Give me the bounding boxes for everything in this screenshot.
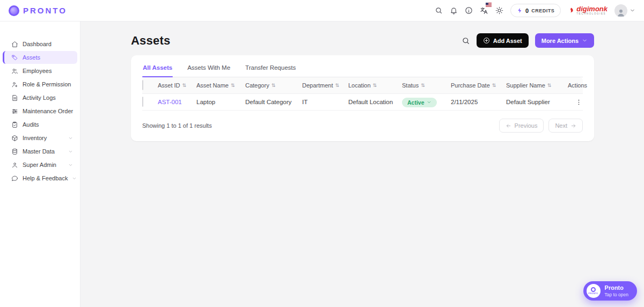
main-content: Assets Add Asset More Actions All Assets…	[80, 21, 644, 307]
chevron-down-icon	[68, 149, 73, 154]
chevron-down-icon	[72, 176, 77, 181]
assets-icon	[11, 54, 18, 61]
partner-logo[interactable]: digimonk TECHNOLOGIES	[568, 5, 608, 16]
column-header-category[interactable]: Category⇅	[245, 82, 302, 89]
sidebar-item-inventory[interactable]: Inventory	[3, 131, 77, 144]
previous-page-button[interactable]: Previous	[499, 119, 544, 133]
sidebar-item-maintenance-order[interactable]: Maintenance Order	[3, 105, 77, 118]
asset-id-link[interactable]: AST-001	[158, 99, 196, 105]
sidebar-item-label: Inventory	[23, 135, 64, 141]
sidebar-item-master-data[interactable]: Master Data	[3, 145, 77, 158]
tab-assets-with-me[interactable]: Assets With Me	[187, 62, 231, 77]
lightning-bolt-icon	[517, 7, 523, 14]
column-header-purchase-date[interactable]: Purchase Date⇅	[451, 82, 506, 89]
partner-name: digimonk	[576, 5, 608, 12]
tab-all-assets[interactable]: All Assets	[142, 62, 173, 77]
credits-pill[interactable]: 0 CREDITS	[510, 4, 561, 17]
column-header-supplier-name[interactable]: Supplier Name⇅	[506, 82, 568, 89]
sidebar-item-role-permission[interactable]: Role & Permission	[3, 78, 77, 91]
more-actions-button[interactable]: More Actions	[535, 33, 594, 48]
arrow-left-icon	[506, 123, 511, 129]
sidebar-item-label: Assets	[23, 54, 73, 61]
sidebar-item-audits[interactable]: Audits	[3, 118, 77, 131]
sidebar-item-employees[interactable]: Employees	[3, 64, 77, 77]
sort-icon: ⇅	[182, 83, 187, 88]
table-header-row: Asset ID⇅ Asset Name⇅ Category⇅ Departme…	[142, 77, 583, 94]
maintenance-order-icon	[11, 108, 18, 115]
page-title: Assets	[131, 34, 170, 48]
sort-icon: ⇅	[231, 83, 235, 88]
sort-icon: ⇅	[272, 83, 276, 88]
column-header-actions: Actions	[568, 82, 587, 89]
sidebar: Dashboard Assets Employees Role & Permis…	[0, 21, 80, 307]
sidebar-item-label: Help & Feedback	[23, 175, 68, 181]
row-actions-menu-icon[interactable]	[575, 99, 582, 106]
sidebar-item-label: Role & Permission	[23, 81, 73, 87]
sort-icon: ⇅	[373, 83, 377, 88]
super-admin-icon	[11, 162, 18, 169]
chevron-down-icon	[427, 100, 431, 105]
search-icon[interactable]	[435, 6, 443, 14]
next-page-button[interactable]: Next	[548, 119, 583, 133]
category-cell: Default Category	[245, 99, 302, 105]
sidebar-item-label: Dashboard	[23, 41, 73, 47]
location-cell: Default Location	[348, 99, 402, 105]
activity-logs-icon	[11, 94, 18, 101]
column-header-asset-name[interactable]: Asset Name⇅	[196, 82, 245, 89]
widget-subtitle: Tap to open	[605, 292, 628, 297]
us-flag-icon	[486, 3, 492, 7]
sidebar-item-label: Employees	[23, 68, 73, 74]
tab-transfer-requests[interactable]: Transfer Requests	[245, 62, 296, 77]
brand-name: PRONTO	[23, 6, 67, 15]
results-summary: Showing 1 to 1 of 1 results	[142, 122, 212, 129]
theme-sun-icon[interactable]	[495, 6, 503, 14]
add-asset-button[interactable]: Add Asset	[477, 33, 529, 48]
chevron-down-icon	[68, 163, 73, 167]
chevron-down-icon	[630, 8, 635, 13]
column-header-location[interactable]: Location⇅	[348, 82, 402, 89]
arrow-right-icon	[570, 123, 576, 129]
sort-icon: ⇅	[547, 83, 552, 88]
topbar: PRONTO 0 CREDITS digimonk TECHNOLOGIES	[0, 0, 644, 21]
column-header-status[interactable]: Status⇅	[402, 82, 451, 89]
table-search-icon[interactable]	[462, 36, 470, 45]
sort-icon: ⇅	[421, 83, 425, 88]
sidebar-item-activity-logs[interactable]: Activity Logs	[3, 91, 77, 104]
sidebar-item-label: Audits	[23, 121, 73, 128]
user-menu[interactable]	[614, 4, 635, 17]
master-data-icon	[11, 148, 18, 155]
notifications-bell-icon[interactable]	[450, 6, 458, 14]
sidebar-item-label: Maintenance Order	[23, 108, 73, 114]
assets-card: All Assets Assets With Me Transfer Reque…	[131, 55, 594, 141]
help-feedback-icon	[11, 175, 18, 182]
supplier-name-cell: Default Supplier	[506, 99, 568, 105]
column-header-asset-id[interactable]: Asset ID⇅	[158, 82, 196, 89]
chevron-down-icon	[68, 136, 73, 141]
asset-name-cell: Laptop	[196, 99, 245, 105]
employees-icon	[11, 68, 18, 75]
chevron-down-icon	[582, 38, 588, 43]
credits-label: CREDITS	[531, 8, 554, 13]
sidebar-item-label: Master Data	[23, 148, 64, 155]
language-translate-icon[interactable]	[480, 6, 488, 15]
pronto-assistant-widget[interactable]: PRONTO Pronto Tap to open	[583, 281, 637, 301]
sort-icon: ⇅	[492, 83, 496, 88]
select-all-checkbox[interactable]	[142, 80, 143, 90]
digimonk-flame-icon	[568, 6, 575, 15]
role-permission-icon	[11, 81, 18, 88]
info-icon[interactable]	[465, 6, 473, 14]
department-cell: IT	[302, 99, 348, 105]
purchase-date-cell: 2/11/2025	[451, 99, 506, 105]
audits-icon	[11, 121, 18, 128]
column-header-department[interactable]: Department⇅	[302, 82, 348, 89]
brand[interactable]: PRONTO	[9, 5, 67, 16]
row-checkbox[interactable]	[142, 97, 143, 107]
sidebar-item-dashboard[interactable]: Dashboard	[3, 38, 77, 50]
sidebar-item-super-admin[interactable]: Super Admin	[3, 158, 77, 171]
status-badge[interactable]: Active	[402, 98, 437, 107]
pronto-logo-icon	[9, 5, 19, 16]
sidebar-item-assets[interactable]: Assets	[3, 51, 77, 64]
pronto-widget-logo-icon: PRONTO	[587, 284, 601, 298]
sidebar-item-help-feedback[interactable]: Help & Feedback	[3, 172, 77, 185]
sidebar-item-label: Activity Logs	[23, 94, 73, 101]
